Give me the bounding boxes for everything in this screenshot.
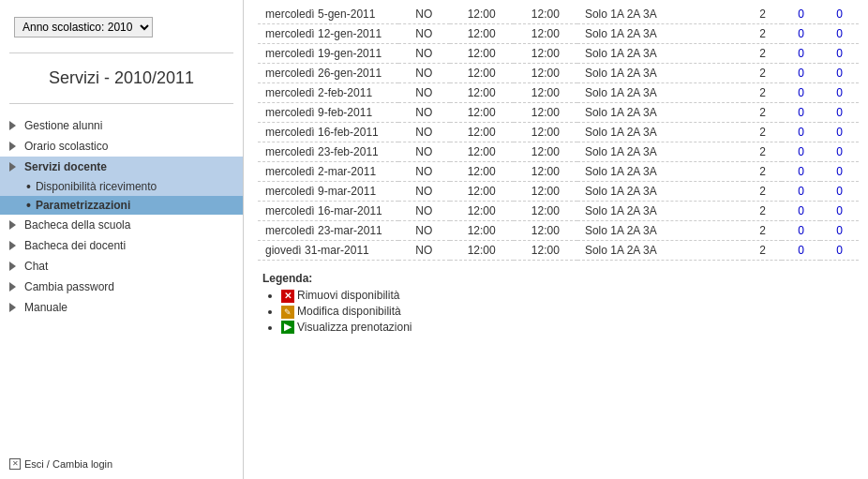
legend-item-label: Modifica disponibilità [297, 305, 401, 318]
link2[interactable]: 0 [836, 47, 843, 60]
sidebar-subitem-disponibilita[interactable]: • Disponibilità ricevimento [0, 177, 243, 196]
cell-no: NO [398, 162, 450, 182]
cell-link2[interactable]: 0 [820, 241, 859, 261]
cell-num: 2 [743, 44, 782, 64]
cell-time1: 12:00 [450, 142, 514, 162]
arrow-icon [9, 120, 21, 131]
cell-link1[interactable]: 0 [782, 241, 820, 261]
link2[interactable]: 0 [836, 126, 843, 139]
cell-date: mercoledì 16-mar-2011 [258, 202, 398, 221]
cell-date: mercoledì 5-gen-2011 [258, 5, 398, 24]
link1[interactable]: 0 [798, 244, 804, 257]
link2[interactable]: 0 [836, 204, 843, 217]
cell-link2[interactable]: 0 [820, 64, 859, 83]
cell-time2: 12:00 [514, 221, 577, 241]
cell-time2: 12:00 [514, 162, 577, 182]
cell-num: 2 [743, 103, 782, 123]
sidebar-item-gestione-alunni[interactable]: Gestione alunni [0, 115, 243, 136]
cell-link1[interactable]: 0 [782, 83, 820, 103]
cell-link1[interactable]: 0 [782, 162, 820, 182]
cell-link2[interactable]: 0 [820, 5, 859, 24]
cell-link1[interactable]: 0 [782, 64, 820, 83]
cell-link2[interactable]: 0 [820, 83, 859, 103]
logout-section[interactable]: ✕ Esci / Cambia login [9, 458, 112, 470]
link1[interactable]: 0 [798, 67, 804, 80]
nav-label: Orario scolastico [24, 140, 108, 153]
sidebar-item-manuale[interactable]: Manuale [0, 297, 243, 318]
link1[interactable]: 0 [798, 86, 804, 99]
cell-time2: 12:00 [514, 103, 577, 123]
link1[interactable]: 0 [798, 224, 804, 237]
cell-link1[interactable]: 0 [782, 142, 820, 162]
year-selector[interactable]: Anno scolastico: 2010 [0, 9, 243, 45]
cell-link1[interactable]: 0 [782, 123, 820, 142]
link1[interactable]: 0 [798, 185, 804, 198]
cell-link2[interactable]: 0 [820, 142, 859, 162]
cell-date: mercoledì 16-feb-2011 [258, 123, 398, 142]
link2[interactable]: 0 [836, 145, 843, 158]
cell-link2[interactable]: 0 [820, 162, 859, 182]
link2[interactable]: 0 [836, 185, 843, 198]
link2[interactable]: 0 [836, 224, 843, 237]
cell-time1: 12:00 [450, 162, 514, 182]
sidebar-item-bacheca-docenti[interactable]: Bacheca dei docenti [0, 235, 243, 256]
cell-time1: 12:00 [450, 182, 514, 202]
cell-time1: 12:00 [450, 221, 514, 241]
link2[interactable]: 0 [836, 7, 843, 21]
cell-classes: Solo 1A 2A 3A [577, 83, 743, 103]
arrow-icon [9, 302, 21, 313]
cell-link2[interactable]: 0 [820, 24, 859, 44]
link1[interactable]: 0 [798, 165, 804, 178]
cell-link1[interactable]: 0 [782, 24, 820, 44]
cell-link2[interactable]: 0 [820, 221, 859, 241]
table-row: mercoledì 12-gen-2011 NO 12:00 12:00 Sol… [258, 24, 859, 44]
legend-list: ✕Rimuovi disponibilità✎Modifica disponib… [262, 289, 859, 334]
cell-time2: 12:00 [514, 5, 577, 24]
table-row: mercoledì 9-mar-2011 NO 12:00 12:00 Solo… [258, 182, 859, 202]
link2[interactable]: 0 [836, 67, 843, 80]
cell-link2[interactable]: 0 [820, 103, 859, 123]
cell-classes: Solo 1A 2A 3A [577, 241, 743, 261]
cell-link2[interactable]: 0 [820, 123, 859, 142]
link2[interactable]: 0 [836, 106, 843, 119]
cell-time2: 12:00 [514, 202, 577, 221]
cell-no: NO [398, 202, 450, 221]
cell-date: mercoledì 26-gen-2011 [258, 64, 398, 83]
sidebar-item-chat[interactable]: Chat [0, 256, 243, 277]
link1[interactable]: 0 [798, 145, 804, 158]
cell-link1[interactable]: 0 [782, 182, 820, 202]
sidebar-item-orario-scolastico[interactable]: Orario scolastico [0, 136, 243, 157]
cell-link1[interactable]: 0 [782, 5, 820, 24]
table-row: mercoledì 16-feb-2011 NO 12:00 12:00 Sol… [258, 123, 859, 142]
cell-link2[interactable]: 0 [820, 182, 859, 202]
sidebar-item-cambia-password[interactable]: Cambia password [0, 277, 243, 297]
link2[interactable]: 0 [836, 165, 843, 178]
link2[interactable]: 0 [836, 27, 843, 40]
cell-num: 2 [743, 123, 782, 142]
table-row: mercoledì 23-feb-2011 NO 12:00 12:00 Sol… [258, 142, 859, 162]
link1[interactable]: 0 [798, 47, 804, 60]
cell-link1[interactable]: 0 [782, 221, 820, 241]
cell-link1[interactable]: 0 [782, 202, 820, 221]
link2[interactable]: 0 [836, 244, 843, 257]
link1[interactable]: 0 [798, 204, 804, 217]
cell-link1[interactable]: 0 [782, 103, 820, 123]
link2[interactable]: 0 [836, 86, 843, 99]
cell-classes: Solo 1A 2A 3A [577, 103, 743, 123]
sidebar-item-bacheca-scuola[interactable]: Bacheca della scuola [0, 215, 243, 235]
cell-link1[interactable]: 0 [782, 44, 820, 64]
link1[interactable]: 0 [798, 27, 804, 40]
cell-link2[interactable]: 0 [820, 202, 859, 221]
link1[interactable]: 0 [798, 106, 804, 119]
sidebar-subitem-parametrizzazioni[interactable]: • Parametrizzazioni [0, 196, 243, 215]
cell-link2[interactable]: 0 [820, 44, 859, 64]
cell-date: giovedì 31-mar-2011 [258, 241, 398, 261]
link1[interactable]: 0 [798, 7, 804, 21]
year-select[interactable]: Anno scolastico: 2010 [14, 17, 153, 37]
legend-title: Legenda: [262, 272, 859, 285]
sidebar-item-servizi-docente[interactable]: Servizi docente [0, 157, 243, 177]
cell-classes: Solo 1A 2A 3A [577, 182, 743, 202]
cell-date: mercoledì 12-gen-2011 [258, 24, 398, 44]
link1[interactable]: 0 [798, 126, 804, 139]
cell-classes: Solo 1A 2A 3A [577, 142, 743, 162]
